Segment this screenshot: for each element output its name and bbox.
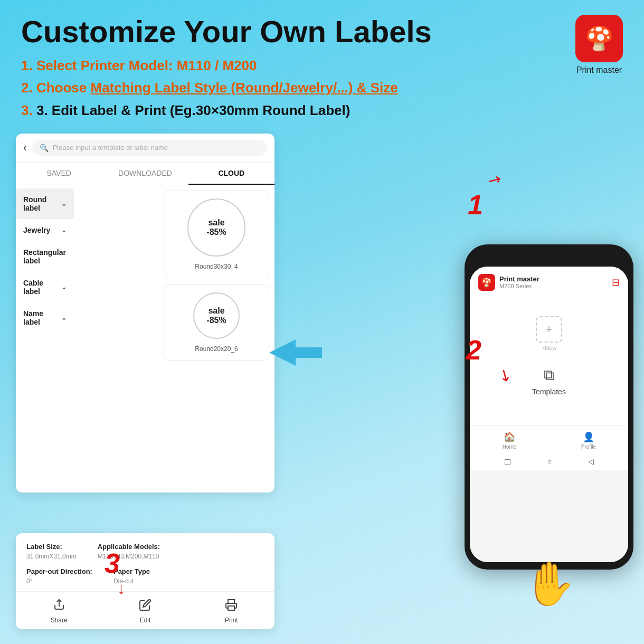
profile-icon: 👤: [583, 431, 594, 443]
phone-new-button[interactable]: + +New: [533, 316, 565, 351]
sale-pct-2: -85%: [206, 316, 226, 325]
round-preview-2: sale -85%: [193, 292, 240, 339]
print-button[interactable]: Print: [188, 599, 274, 624]
share-button[interactable]: Share: [16, 599, 102, 624]
blue-arrow: [269, 337, 322, 371]
search-placeholder: Please input a template or label name: [53, 144, 168, 151]
phone-screen: 🍄 Print master M200 Series ⊟ + +New: [470, 267, 628, 562]
sale-text-1: sale: [208, 218, 224, 228]
edit-label: Edit: [140, 617, 151, 624]
phone-templates-label: Templates: [532, 387, 566, 396]
paperout-value: 0°: [26, 577, 92, 585]
phone-app-model: M200 Series: [499, 283, 539, 289]
phone-mushroom-icon: 🍄: [481, 277, 492, 287]
phone-app-name-group: Print master M200 Series: [499, 275, 539, 289]
sale-pct-1: -85%: [206, 228, 226, 237]
app-search-header: ‹ 🔍 Please input a template or label nam…: [16, 134, 274, 163]
template-card-1[interactable]: sale -85% Round30x30_4: [164, 191, 269, 278]
bottom-card-row2: Paper-out Direction: 0° Paper Type Die-c…: [16, 567, 274, 591]
category-jewelry[interactable]: Jewelry ⌄: [16, 219, 74, 241]
phone-nav-home[interactable]: 🏠 Home: [470, 431, 549, 450]
print-icon: [225, 599, 238, 614]
search-bar[interactable]: 🔍 Please input a template or label name: [32, 140, 267, 156]
header: Customize Your Own Labels 1. Select Prin…: [0, 0, 644, 128]
label-size-group: Label Size: 31.0mmX31.0mm: [26, 543, 77, 560]
chevron-icon: ⌄: [61, 200, 67, 207]
print-master-icon: 🍄 Print master: [575, 15, 623, 75]
step3-text: 3. Edit Label & Print (Eg.30×30mm Round …: [36, 102, 351, 118]
bottom-card-actions: Share Edit: [16, 592, 274, 629]
template-name-1: Round30x30_4: [195, 263, 238, 270]
category-list: Round label ⌄ Jewelry ⌄ Rectangular labe…: [16, 185, 74, 449]
number-badge-1: 1: [468, 189, 483, 221]
nav-square-icon: ▢: [504, 457, 511, 466]
content-area: ‹ 🔍 Please input a template or label nam…: [0, 128, 644, 493]
paperout-group: Paper-out Direction: 0°: [26, 567, 92, 585]
label-size-label: Label Size:: [26, 543, 77, 551]
step1: 1. Select Printer Model: M110 / M200: [21, 56, 623, 75]
pm-logo-box: 🍄: [575, 15, 623, 62]
layers-icon: ⧉: [544, 367, 554, 384]
category-cable[interactable]: Cable label ⌄: [16, 272, 74, 302]
svg-rect-2: [228, 606, 234, 610]
phone-plus-icon: +: [536, 316, 562, 343]
app-body: Round label ⌄ Jewelry ⌄ Rectangular labe…: [16, 185, 274, 449]
step3: 3. 3. Edit Label & Print (Eg.30×30mm Rou…: [21, 101, 623, 120]
tab-saved[interactable]: SAVED: [16, 163, 102, 185]
phone-system-nav: ▢ ○ ◁: [470, 453, 628, 470]
category-rectangular[interactable]: Rectangular label: [16, 241, 74, 272]
tab-cloud[interactable]: CLOUD: [188, 163, 274, 185]
svg-marker-0: [269, 339, 322, 366]
home-icon: 🏠: [504, 431, 515, 443]
phone-new-label: +New: [542, 345, 556, 351]
chevron-icon: ⌄: [61, 314, 67, 321]
template-card-2[interactable]: sale -85% Round20x20_6: [164, 285, 269, 361]
phone-templates-section[interactable]: ⧉ Templates: [470, 367, 628, 404]
bottom-card-info: Label Size: 31.0mmX31.0mm Applicable Mod…: [16, 533, 274, 567]
phone-app-logo: 🍄 Print master M200 Series: [478, 274, 539, 291]
phone-frame: 🍄 Print master M200 Series ⊟ + +New: [465, 244, 633, 570]
nav-home-label: Home: [503, 444, 517, 450]
pm-name: Print master: [576, 65, 622, 75]
red-arrow-1: ↗: [485, 168, 505, 191]
edit-icon: [139, 599, 151, 614]
number-badge-2: 2: [466, 334, 481, 366]
nav-back-icon: ◁: [588, 457, 594, 466]
phone-logo-icon: 🍄: [478, 274, 495, 291]
mushroom-icon: 🍄: [585, 25, 614, 52]
hand-holding: 🤚: [465, 559, 633, 609]
step2-prefix: 2. Choose: [21, 80, 90, 96]
share-icon: [53, 599, 65, 614]
phone-bottom-nav: 🏠 Home 👤 Profile: [470, 425, 628, 453]
chevron-icon: ⌄: [61, 226, 67, 234]
share-label: Share: [51, 617, 68, 624]
phone-nav-profile[interactable]: 👤 Profile: [549, 431, 628, 450]
step2-link[interactable]: Matching Label Style (Round/Jewelry/...)…: [90, 80, 397, 96]
tab-downloaded[interactable]: DOWNLOADED: [102, 163, 188, 185]
main-title: Customize Your Own Labels: [21, 15, 623, 49]
search-icon: 🔍: [40, 144, 49, 152]
phone-app-name: Print master: [499, 275, 539, 283]
print-label: Print: [225, 617, 238, 624]
phone-screen-inner: 🍄 Print master M200 Series ⊟ + +New: [470, 267, 628, 470]
app-panel: ‹ 🔍 Please input a template or label nam…: [16, 134, 274, 493]
template-name-2: Round20x20_6: [195, 345, 238, 353]
paperout-label: Paper-out Direction:: [26, 567, 92, 575]
category-round-label[interactable]: Round label ⌄: [16, 188, 74, 219]
phone-notch: [517, 252, 581, 263]
phone-app-header: 🍄 Print master M200 Series ⊟: [470, 267, 628, 295]
template-grid: sale -85% Round30x30_4 sale -85% Round20…: [158, 185, 274, 449]
nav-profile-label: Profile: [581, 444, 596, 450]
phone-menu-icon[interactable]: ⊟: [612, 277, 620, 288]
edit-button[interactable]: Edit: [102, 599, 188, 624]
round-preview-1: sale -85%: [187, 198, 245, 257]
red-arrow-3: ↓: [117, 580, 125, 598]
back-button[interactable]: ‹: [23, 141, 27, 154]
category-name[interactable]: Name label ⌄: [16, 302, 74, 333]
phone-device: 🍄 Print master M200 Series ⊟ + +New: [465, 244, 633, 609]
number-badge-3: 3: [105, 547, 120, 579]
sale-text-2: sale: [208, 306, 224, 316]
app-tabs: SAVED DOWNLOADED CLOUD: [16, 163, 274, 185]
nav-circle-icon: ○: [547, 457, 552, 466]
bottom-card: Label Size: 31.0mmX31.0mm Applicable Mod…: [16, 533, 274, 629]
